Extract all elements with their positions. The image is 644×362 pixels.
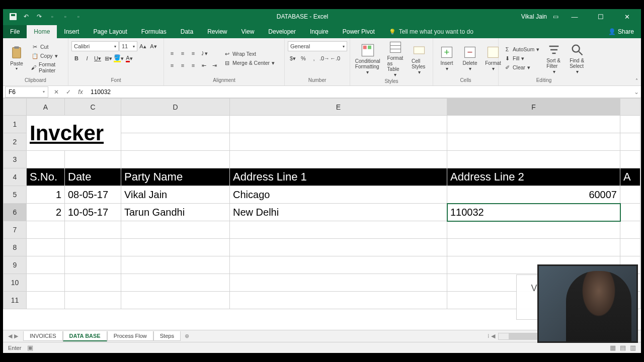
active-cell[interactable]: 110032 [447, 204, 620, 221]
formula-input[interactable]: 110032 [87, 88, 632, 96]
tab-file[interactable]: File [3, 25, 27, 38]
undo-icon[interactable]: ↶ [21, 12, 31, 22]
row-header[interactable]: 6 [4, 204, 27, 221]
comma-icon[interactable]: , [309, 53, 319, 63]
sheet-tab[interactable]: Steps [153, 331, 181, 341]
minimize-icon[interactable]: — [565, 10, 585, 24]
data-cell[interactable]: 1 [27, 186, 65, 204]
col-header[interactable]: E [230, 99, 447, 116]
share-button[interactable]: 👤Share [601, 25, 641, 38]
qat-more-icon[interactable]: ▫ [73, 12, 84, 22]
decrease-indent-icon[interactable]: ⇤ [199, 60, 209, 70]
align-center-icon[interactable]: ≡ [178, 60, 188, 70]
tab-inquire[interactable]: Inquire [303, 25, 336, 38]
cell-styles-button[interactable]: Cell Styles▾ [409, 39, 430, 78]
tab-page-layout[interactable]: Page Layout [86, 25, 134, 38]
tab-view[interactable]: View [234, 25, 262, 38]
row-header[interactable]: 1 [4, 116, 27, 133]
user-name[interactable]: Vikal Jain [521, 13, 547, 20]
data-cell[interactable]: Tarun Gandhi [121, 204, 230, 221]
page-break-view-icon[interactable]: ▥ [630, 344, 636, 351]
underline-button[interactable]: U▾ [93, 53, 103, 63]
close-icon[interactable]: ✕ [617, 10, 637, 24]
align-left-icon[interactable]: ≡ [167, 60, 177, 70]
data-cell[interactable]: 08-05-17 [65, 186, 121, 204]
header-cell[interactable]: Address Line 2 [447, 168, 620, 186]
tab-home[interactable]: Home [27, 25, 57, 38]
row-header[interactable]: 11 [4, 292, 27, 309]
delete-cells-button[interactable]: −Delete▾ [459, 39, 480, 77]
title-cell[interactable]: Invcker [27, 116, 121, 151]
save-icon[interactable] [8, 12, 18, 22]
data-cell[interactable]: 2 [27, 204, 65, 221]
header-cell[interactable]: Date [65, 168, 121, 186]
new-sheet-icon[interactable]: ⊕ [181, 331, 193, 341]
sort-filter-button[interactable]: Sort & Filter▾ [543, 39, 565, 77]
col-header[interactable]: D [121, 99, 230, 116]
sheet-tab[interactable]: Process Flow [107, 331, 153, 341]
fill-button[interactable]: ⬇Fill ▾ [502, 54, 541, 62]
header-cell[interactable]: A [620, 168, 640, 186]
tab-developer[interactable]: Developer [261, 25, 303, 38]
data-cell[interactable]: Chicago [230, 186, 447, 204]
row-header[interactable]: 2 [4, 133, 27, 151]
data-cell[interactable]: New Delhi [230, 204, 447, 221]
tab-power-pivot[interactable]: Power Pivot [336, 25, 382, 38]
row-header[interactable]: 10 [4, 274, 27, 292]
clear-button[interactable]: ✐Clear ▾ [502, 63, 541, 71]
align-top-icon[interactable]: ≡ [167, 48, 177, 58]
format-painter-button[interactable]: 🖌Format Painter [29, 61, 65, 74]
header-cell[interactable]: Party Name [121, 168, 230, 186]
font-color-icon[interactable]: A▾ [124, 53, 134, 63]
tab-data[interactable]: Data [174, 25, 200, 38]
conditional-formatting-button[interactable]: Conditional Formatting▾ [353, 39, 382, 78]
italic-button[interactable]: I [82, 53, 92, 63]
number-format-select[interactable]: General▾ [288, 41, 347, 51]
currency-icon[interactable]: $▾ [288, 53, 298, 63]
find-select-button[interactable]: Find & Select▾ [567, 39, 588, 77]
row-header[interactable]: 7 [4, 221, 27, 239]
cancel-icon[interactable]: ✕ [50, 88, 62, 96]
row-header[interactable]: 9 [4, 256, 27, 274]
wrap-text-button[interactable]: ↩Wrap Text [221, 50, 277, 58]
align-right-icon[interactable]: ≡ [188, 60, 198, 70]
tell-me-input[interactable]: 💡Tell me what you want to do [382, 25, 601, 38]
expand-formula-bar-icon[interactable]: ⌄ [632, 88, 641, 96]
tab-formulas[interactable]: Formulas [134, 25, 174, 38]
collapse-ribbon-icon[interactable]: ˄ [635, 78, 638, 83]
borders-icon[interactable]: ⊞▾ [103, 53, 113, 63]
percent-icon[interactable]: % [298, 53, 308, 63]
format-as-table-button[interactable]: Format as Table▾ [384, 39, 407, 78]
header-cell[interactable]: Address Line 1 [230, 168, 447, 186]
row-header[interactable]: 5 [4, 186, 27, 204]
increase-font-icon[interactable]: A▴ [138, 41, 148, 51]
tab-insert[interactable]: Insert [57, 25, 86, 38]
tab-review[interactable]: Review [200, 25, 234, 38]
col-header[interactable]: A [27, 99, 65, 116]
increase-decimal-icon[interactable]: .0→ [319, 53, 330, 63]
col-header[interactable] [620, 99, 640, 116]
row-header[interactable]: 8 [4, 239, 27, 256]
macro-record-icon[interactable]: ▣ [27, 344, 33, 351]
align-bottom-icon[interactable]: ≡ [188, 48, 198, 58]
ribbon-display-icon[interactable]: ▭ [553, 13, 558, 20]
select-all-corner[interactable] [4, 99, 27, 116]
cut-button[interactable]: ✂Cut [29, 43, 65, 51]
bold-button[interactable]: B [71, 53, 82, 63]
sheet-tab-active[interactable]: DATA BASE [63, 331, 107, 341]
autosum-button[interactable]: ΣAutoSum ▾ [502, 45, 541, 53]
col-header[interactable]: C [65, 99, 121, 116]
fill-color-icon[interactable]: 🪣▾ [114, 53, 124, 63]
increase-indent-icon[interactable]: ⇥ [209, 60, 219, 70]
font-name-select[interactable]: Calibri▾ [71, 41, 119, 51]
insert-cells-button[interactable]: +Insert▾ [436, 39, 457, 77]
header-cell[interactable]: S.No. [27, 168, 65, 186]
row-header[interactable]: 3 [4, 151, 27, 168]
copy-button[interactable]: 📋Copy ▾ [29, 52, 65, 60]
col-header[interactable]: F [447, 99, 620, 116]
decrease-decimal-icon[interactable]: ←.0 [330, 53, 340, 63]
orientation-icon[interactable]: ⤸▾ [199, 48, 209, 58]
normal-view-icon[interactable]: ▦ [610, 344, 616, 351]
font-size-select[interactable]: 11▾ [119, 41, 137, 51]
paste-button[interactable]: Paste▾ [6, 39, 27, 77]
